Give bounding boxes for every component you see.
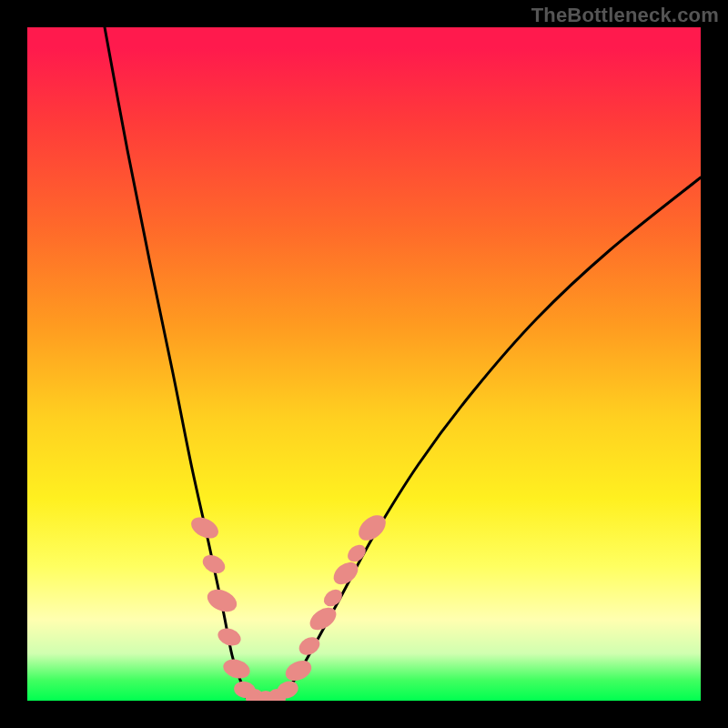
curve-marker bbox=[221, 656, 252, 681]
curve-marker bbox=[187, 513, 222, 543]
chart-svg bbox=[27, 27, 701, 701]
curve-marker bbox=[282, 657, 315, 685]
curve-marker bbox=[320, 586, 345, 610]
chart-frame: TheBottleneck.com bbox=[0, 0, 728, 728]
curve-marker bbox=[216, 625, 244, 649]
curve-marker bbox=[329, 558, 362, 589]
marker-layer bbox=[187, 511, 390, 701]
chart-plot-area bbox=[27, 27, 701, 701]
watermark-text: TheBottleneck.com bbox=[531, 4, 719, 27]
bottleneck-curve bbox=[105, 27, 701, 701]
